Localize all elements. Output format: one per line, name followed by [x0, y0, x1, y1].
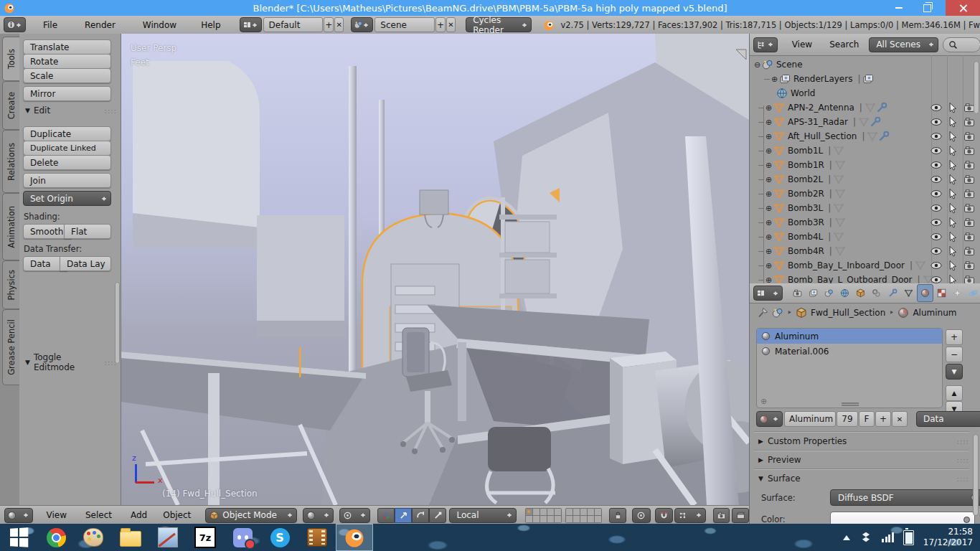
add-material-slot-button[interactable]: + — [946, 329, 963, 345]
manipulator-translate-button[interactable] — [395, 508, 412, 523]
renderability-camera-icon[interactable] — [963, 260, 975, 271]
surface-panel-header[interactable]: ▼ Surface :::: — [750, 470, 974, 487]
set-origin-select[interactable]: Set Origin — [23, 191, 111, 206]
layers-grid-1[interactable] — [525, 508, 562, 523]
scene-name-field[interactable]: Scene — [374, 17, 435, 32]
taskbar-skype[interactable]: S — [261, 524, 298, 551]
outliner-item-bomb1l[interactable]: ⊕ Bomb1L | — [750, 143, 980, 158]
slot-list-expand-icon[interactable]: ⊕ — [760, 397, 767, 406]
pivot-point-select[interactable] — [339, 508, 370, 523]
restore-button[interactable] — [914, 0, 940, 16]
material-link-select[interactable]: Data — [916, 411, 980, 427]
data-layout-button[interactable]: Data Lay — [60, 256, 111, 271]
taskbar-clock[interactable]: 21:58 17/12/2017 — [923, 527, 973, 548]
renderability-camera-icon[interactable] — [963, 145, 975, 156]
selectability-cursor-icon[interactable] — [947, 116, 958, 128]
editor-type-3dview-button[interactable] — [4, 508, 33, 523]
menu-file[interactable]: File — [36, 16, 65, 34]
renderability-camera-icon[interactable] — [963, 202, 975, 214]
tab-create[interactable]: Create — [2, 81, 20, 130]
menu-add[interactable]: Add — [123, 506, 154, 524]
shade-flat-button[interactable]: Flat — [64, 224, 111, 239]
visibility-eye-icon[interactable] — [930, 202, 942, 214]
selectability-cursor-icon[interactable] — [947, 188, 958, 199]
selectability-cursor-icon[interactable] — [947, 102, 958, 113]
pin-icon[interactable] — [757, 307, 768, 319]
renderability-camera-icon[interactable] — [963, 274, 975, 283]
breadcrumb-object[interactable]: Fwd_Hull_Section — [811, 308, 885, 318]
menu-select[interactable]: Select — [78, 506, 119, 524]
renderability-camera-icon[interactable] — [963, 116, 975, 128]
selectability-cursor-icon[interactable] — [947, 274, 958, 283]
mode-select[interactable]: Object Mode — [205, 508, 296, 523]
menu-help[interactable]: Help — [194, 16, 227, 34]
hidden-icons-arrow[interactable] — [843, 532, 850, 540]
renderability-camera-icon[interactable] — [963, 217, 975, 228]
scale-button[interactable]: Scale — [23, 68, 111, 83]
outliner-item-bomb4r[interactable]: ⊕ Bomb4R | — [750, 244, 980, 258]
visibility-eye-icon[interactable] — [930, 102, 942, 113]
scene-icon-button[interactable] — [351, 17, 373, 32]
selectability-cursor-icon[interactable] — [947, 260, 958, 271]
display-mode-select[interactable]: All Scenes — [869, 37, 938, 52]
transform-orientation-select[interactable]: Local — [449, 508, 517, 523]
selectability-cursor-icon[interactable] — [947, 245, 958, 257]
viewport-3d-scene[interactable] — [121, 34, 749, 505]
visibility-eye-icon[interactable] — [930, 231, 942, 242]
rotate-button[interactable]: Rotate — [23, 54, 111, 69]
start-button[interactable] — [0, 524, 37, 551]
minimize-button[interactable] — [887, 0, 911, 16]
outliner-search-field[interactable] — [943, 37, 980, 52]
tab-physics[interactable]: Physics — [2, 260, 20, 309]
selectability-cursor-icon[interactable] — [947, 217, 958, 228]
taskbar-discord[interactable] — [224, 524, 261, 551]
outliner-menu-search[interactable]: Search — [822, 34, 866, 55]
selectability-cursor-icon[interactable] — [947, 231, 958, 242]
selectability-cursor-icon[interactable] — [947, 159, 958, 171]
visibility-eye-icon[interactable] — [930, 274, 942, 283]
tab-scene[interactable] — [821, 285, 836, 301]
visibility-eye-icon[interactable] — [930, 131, 942, 142]
snap-element-select[interactable] — [674, 508, 705, 523]
renderability-camera-icon[interactable] — [963, 131, 975, 142]
renderability-camera-icon[interactable] — [963, 159, 975, 171]
visibility-eye-icon[interactable] — [930, 145, 942, 156]
taskbar-explorer[interactable] — [112, 524, 149, 551]
title-bar[interactable]: Blender* [C:\Users\Matheus\Pictures\Beam… — [0, 0, 980, 16]
tab-render-layers[interactable] — [806, 285, 820, 301]
preview-panel-header[interactable]: ▶ Preview :::: — [750, 451, 974, 468]
visibility-eye-icon[interactable] — [930, 188, 942, 199]
tab-world[interactable] — [838, 285, 852, 301]
unlink-material-button[interactable]: ✕ — [892, 411, 908, 427]
mesh-pole-1[interactable] — [349, 66, 357, 375]
material-slot-aluminum[interactable]: Aluminum — [757, 329, 942, 344]
opengl-render-button[interactable] — [713, 508, 730, 523]
outliner-menu-view[interactable]: View — [785, 34, 819, 55]
delete-scene-button[interactable]: ✕ — [446, 17, 456, 32]
visibility-eye-icon[interactable] — [930, 116, 942, 128]
outliner-item-bomb4l[interactable]: ⊕ Bomb4L | — [750, 230, 980, 244]
lock-to-scene-button[interactable] — [609, 508, 626, 523]
screen-layout-name-field[interactable]: Default — [263, 17, 324, 32]
tab-object[interactable] — [854, 285, 868, 301]
editor-type-info-button[interactable] — [4, 17, 26, 32]
toggle-editmode-panel-header[interactable]: ▼ Toggle Editmode :::: — [25, 352, 117, 372]
mesh-left-cabinet[interactable] — [257, 215, 344, 337]
renderability-camera-icon[interactable] — [963, 231, 975, 242]
tab-tools[interactable]: Tools — [2, 37, 20, 81]
remove-material-slot-button[interactable]: − — [946, 347, 963, 362]
new-material-button[interactable]: + — [875, 411, 891, 427]
material-name-field[interactable]: Aluminum — [784, 411, 836, 427]
mirror-button[interactable]: Mirror — [23, 86, 111, 101]
outliner-item-bomb-bay-l-outboard-door[interactable]: ⊕ Bomb_Bay_L_Outboard_Door | — [750, 273, 980, 283]
selectability-cursor-icon[interactable] — [947, 202, 958, 214]
menu-object[interactable]: Object — [156, 506, 198, 524]
duplicate-button[interactable]: Duplicate — [23, 126, 111, 141]
taskbar-movie-maker[interactable] — [298, 524, 336, 551]
move-slot-up-button[interactable]: ▲ — [946, 385, 963, 401]
menu-render[interactable]: Render — [77, 16, 123, 34]
outliner-item-bomb2r[interactable]: ⊕ Bomb2R | — [750, 187, 980, 201]
list-resize-grip[interactable] — [842, 402, 859, 404]
duplicate-linked-button[interactable]: Duplicate Linked — [23, 141, 111, 156]
outliner-item-scene[interactable]: ⊖ Scene — [750, 57, 980, 72]
